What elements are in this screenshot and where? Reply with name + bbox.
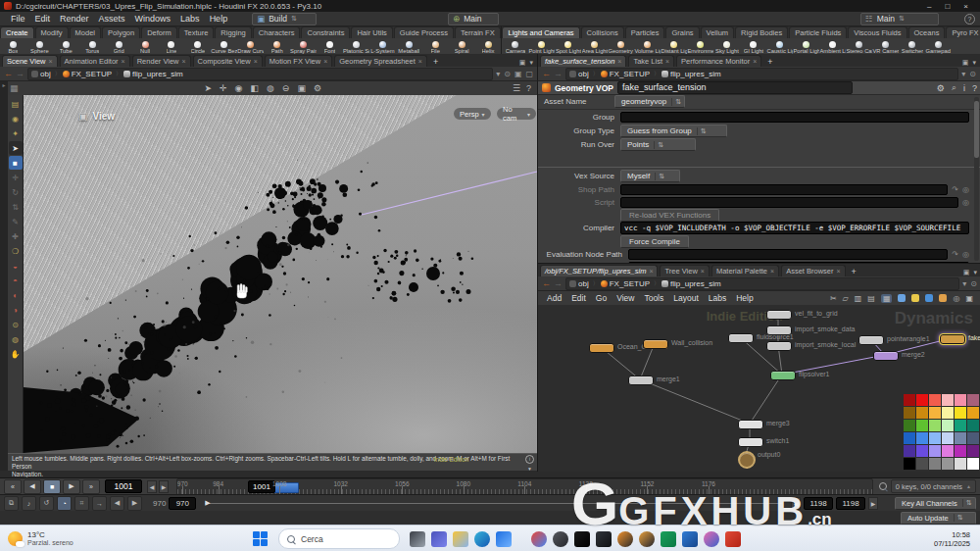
- palette-swatch[interactable]: [904, 432, 915, 444]
- back-arrow-icon[interactable]: ←: [542, 69, 551, 78]
- pose-tool-icon[interactable]: ✚: [9, 229, 23, 243]
- taskbar-clock[interactable]: 10:58 07/11/2025: [934, 530, 980, 548]
- pin-pane-icon[interactable]: ⊙: [970, 279, 977, 288]
- shelf-tab-grains[interactable]: Grains: [665, 26, 699, 38]
- node-name-field[interactable]: fake_surface_tension: [617, 81, 853, 94]
- node-fake-surface-tension[interactable]: [940, 334, 965, 344]
- palette-swatch[interactable]: [955, 420, 966, 431]
- palette-swatch[interactable]: [929, 394, 941, 406]
- forward-arrow-icon[interactable]: →: [554, 278, 563, 288]
- shelf-tool-font[interactable]: Font: [317, 41, 343, 54]
- crumb-fx-setup[interactable]: FX_SETUP: [601, 70, 660, 78]
- group-input[interactable]: [620, 112, 969, 123]
- palette-swatch[interactable]: [942, 407, 954, 419]
- menu-file[interactable]: File: [6, 13, 30, 25]
- shelf-tool-vr-camera[interactable]: VR Camera: [872, 41, 899, 54]
- shelf-tool-switcher[interactable]: Switcher: [899, 41, 925, 54]
- shelf-tab-rigging[interactable]: Rigging: [215, 26, 251, 38]
- net-menu-help[interactable]: Help: [731, 293, 758, 303]
- palette-swatch[interactable]: [929, 432, 941, 444]
- palette-swatch[interactable]: [942, 394, 954, 406]
- palette-swatch[interactable]: [955, 445, 966, 457]
- node-switch1[interactable]: [738, 437, 763, 447]
- pane-tab-material-palette[interactable]: Material Palette: [711, 265, 779, 276]
- reload-vex-button[interactable]: Re-load VEX Functions: [620, 209, 719, 222]
- pin-pane-icon[interactable]: ⊙: [504, 70, 511, 78]
- shelf-tool-grid[interactable]: Grid: [106, 41, 132, 54]
- palette-swatch[interactable]: [967, 420, 979, 431]
- node-merge2[interactable]: [873, 351, 899, 361]
- current-frame-field[interactable]: 1001: [105, 479, 142, 493]
- start-button[interactable]: [253, 531, 269, 547]
- run-over-dropdown[interactable]: Points: [620, 138, 696, 151]
- breadcrumb[interactable]: objFX_SETUPflip_upres_sim: [565, 68, 958, 80]
- new-pane-tab-button[interactable]: +: [848, 267, 860, 276]
- range-slider-handle[interactable]: ▶: [205, 499, 210, 507]
- pane-tab-performance-monitor[interactable]: Performance Monitor: [676, 55, 761, 67]
- help-icon[interactable]: ?: [964, 14, 975, 25]
- palette-swatch[interactable]: [929, 458, 941, 470]
- shelf-tab-constraints[interactable]: Constraints: [301, 26, 350, 38]
- shelf-tool-gamepad-camera[interactable]: Gamepad Camera: [925, 41, 952, 54]
- pane-maximize-icon[interactable]: ▢: [525, 70, 533, 78]
- desktop-dropdown[interactable]: ☷Main⇅: [860, 13, 939, 25]
- select-cursor-icon[interactable]: ➤: [205, 83, 213, 93]
- path-history-icon[interactable]: ▾: [962, 279, 966, 288]
- crumb-flip-upres-sim[interactable]: flip_upres_sim: [662, 279, 725, 288]
- menu-windows[interactable]: Windows: [130, 13, 176, 25]
- shelf-tab-rigid-bodies[interactable]: Rigid Bodies: [735, 26, 788, 38]
- pane-menu-icon[interactable]: ▣: [962, 59, 969, 67]
- grid-snap-toggle-icon[interactable]: ▦: [881, 294, 893, 303]
- play-reverse-button[interactable]: ◀: [24, 479, 41, 494]
- pane-dropdown-icon[interactable]: ▾: [972, 59, 976, 67]
- link-panes-icon[interactable]: ▤: [867, 294, 875, 303]
- viewport-3d-canvas[interactable]: ▣ View Persp No cam: [24, 95, 537, 453]
- network-canvas[interactable]: Indie Edition Dynamics Ocean_CollisionWa…: [538, 305, 980, 472]
- range-slider[interactable]: ▶: [205, 503, 782, 504]
- node-pointwrangle1[interactable]: [858, 335, 884, 345]
- rotate-tool-icon[interactable]: ↻: [9, 185, 23, 199]
- zoom-icon[interactable]: ◎: [953, 294, 959, 303]
- back-arrow-icon[interactable]: ←: [542, 278, 551, 288]
- range-end-dec-button[interactable]: ◀: [791, 497, 801, 510]
- palette-swatch[interactable]: [904, 394, 915, 406]
- asset-name-dropdown[interactable]: geometryvop: [614, 95, 685, 108]
- pane-tab-take-list[interactable]: Take List: [628, 55, 674, 67]
- pane-menu-icon[interactable]: ▣: [963, 269, 970, 276]
- net-menu-tools[interactable]: Tools: [639, 293, 668, 303]
- shelf-tab-particle-fluids[interactable]: Particle Fluids: [789, 26, 847, 38]
- menu-render[interactable]: Render: [55, 13, 94, 25]
- orbit-tool-icon[interactable]: ◍: [9, 332, 23, 346]
- step-back-icon[interactable]: ◀: [110, 496, 124, 511]
- shelf-tool-stereo-camera[interactable]: Stereo Camera: [846, 41, 872, 54]
- node-import-smoke-local[interactable]: [766, 341, 792, 351]
- palette-swatch[interactable]: [955, 432, 966, 444]
- material-icon[interactable]: ▣: [297, 83, 306, 93]
- shelf-tab-create[interactable]: Create: [0, 26, 34, 38]
- pane-tab-fake-surface-tension[interactable]: fake_surface_tension: [540, 55, 626, 67]
- shelf-tab-terrain-fx[interactable]: Terrain FX: [455, 26, 501, 38]
- shelf-tool-sky-light[interactable]: Sky Light: [713, 41, 740, 54]
- network-box-icon[interactable]: [925, 294, 933, 302]
- pane-stow-bar[interactable]: ▸: [0, 81, 8, 471]
- gear-icon[interactable]: ⚙: [937, 83, 945, 93]
- pane-tab-animation-editor[interactable]: Animation Editor: [60, 55, 130, 67]
- shelf-tool-sphere[interactable]: Sphere: [26, 41, 53, 54]
- dark-app-icon[interactable]: [553, 531, 568, 547]
- palette-swatch[interactable]: [942, 458, 954, 470]
- select-arrow-icon[interactable]: ➤: [9, 141, 23, 155]
- timeline-zoom-icon[interactable]: [879, 482, 887, 490]
- shelf-tool-path[interactable]: Path: [264, 41, 290, 54]
- palette-swatch[interactable]: [955, 458, 966, 470]
- range-end-field[interactable]: 1198: [836, 497, 865, 510]
- assistant-icon[interactable]: [704, 531, 719, 547]
- solo-view-icon[interactable]: ◉: [9, 112, 23, 125]
- node-output0[interactable]: [738, 451, 756, 469]
- shelf-tool-portal-light[interactable]: Portal Light: [793, 41, 819, 54]
- frame-step-back-button[interactable]: ◀: [147, 480, 157, 493]
- magnify-icon[interactable]: ⌕: [952, 82, 956, 93]
- close-button[interactable]: ×: [963, 2, 968, 11]
- shelf-tool-metaball[interactable]: Metaball: [396, 41, 422, 54]
- view-tool-icon[interactable]: ▤: [9, 97, 23, 111]
- perf-chart-icon[interactable]: ▱: [843, 294, 849, 303]
